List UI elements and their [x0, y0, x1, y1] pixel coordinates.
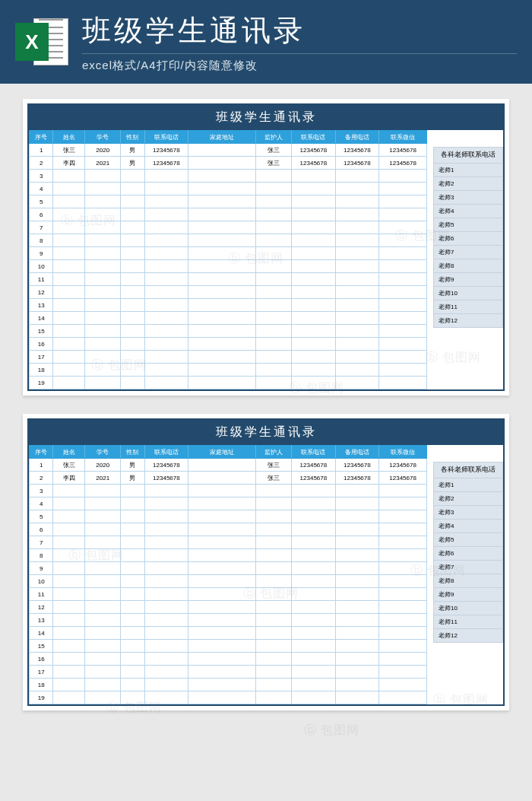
teacher-item: 老师10 [433, 287, 503, 300]
column-header: 性别 [121, 446, 144, 459]
teacher-item: 老师6 [433, 547, 503, 561]
table-row: 9 [30, 247, 427, 260]
teacher-contact-box: 各科老师联系电话老师1老师2老师3老师4老师5老师6老师7老师8老师9老师10老… [433, 462, 503, 643]
teacher-item: 老师4 [433, 520, 503, 533]
column-header: 监护人 [256, 446, 292, 459]
table-row: 2李四2021男12345678张三1234567812345678123456… [30, 157, 427, 170]
table-row: 11 [30, 273, 427, 286]
preview-canvas: 班级学生通讯录序号姓名学号性别联系电话家庭地址监护人联系电话备用电话联系微信1张… [0, 84, 532, 718]
column-header: 备用电话 [335, 131, 379, 144]
table-row: 15 [30, 325, 427, 338]
teacher-item: 老师1 [433, 164, 503, 177]
teacher-item: 老师2 [433, 492, 503, 506]
teacher-item: 老师9 [433, 588, 503, 602]
table-row: 1张三2020男12345678张三1234567812345678123456… [30, 144, 427, 157]
table-row: 8 [30, 234, 427, 247]
excel-icon: X [15, 15, 68, 68]
teacher-item: 老师2 [433, 177, 503, 191]
column-header: 监护人 [256, 131, 292, 144]
table-row: 12 [30, 601, 427, 614]
table-row: 16 [30, 338, 427, 351]
table-row: 9 [30, 562, 427, 575]
column-header: 备用电话 [335, 446, 379, 459]
table-row: 19 [30, 691, 427, 704]
table-row: 14 [30, 312, 427, 325]
table-row: 13 [30, 299, 427, 312]
table-row: 16 [30, 653, 427, 666]
table-row: 4 [30, 497, 427, 510]
column-header: 学号 [85, 446, 121, 459]
column-header: 联系电话 [292, 446, 336, 459]
table-row: 3 [30, 170, 427, 183]
template-preview: 班级学生通讯录序号姓名学号性别联系电话家庭地址监护人联系电话备用电话联系微信1张… [23, 414, 509, 710]
table-row: 15 [30, 640, 427, 653]
table-row: 13 [30, 614, 427, 627]
column-header: 性别 [121, 131, 144, 144]
table-row: 18 [30, 364, 427, 377]
table-row: 5 [30, 195, 427, 208]
column-header: 序号 [30, 131, 53, 144]
teacher-item: 老师11 [433, 300, 503, 314]
teacher-item: 老师7 [433, 246, 503, 259]
table-row: 6 [30, 208, 427, 221]
table-row: 19 [30, 377, 427, 389]
teacher-item: 老师3 [433, 506, 503, 520]
teacher-item: 老师5 [433, 218, 503, 232]
table-row: 10 [30, 260, 427, 273]
teacher-box-header: 各科老师联系电话 [433, 147, 503, 164]
table-row: 17 [30, 666, 427, 679]
table-row: 8 [30, 549, 427, 562]
header-titles: 班级学生通讯录 excel格式/A4打印/内容随意修改 [82, 11, 517, 73]
table-row: 11 [30, 588, 427, 601]
template-preview: 班级学生通讯录序号姓名学号性别联系电话家庭地址监护人联系电话备用电话联系微信1张… [23, 99, 509, 396]
table-row: 7 [30, 536, 427, 549]
card-title: 班级学生通讯录 [29, 420, 503, 445]
table-row: 6 [30, 523, 427, 536]
page-subtitle: excel格式/A4打印/内容随意修改 [82, 53, 517, 73]
teacher-item: 老师12 [433, 314, 503, 328]
teacher-item: 老师10 [433, 602, 503, 615]
teacher-item: 老师8 [433, 259, 503, 273]
card-title: 班级学生通讯录 [29, 105, 503, 130]
column-header: 姓名 [53, 446, 85, 459]
header-bar: X 班级学生通讯录 excel格式/A4打印/内容随意修改 [0, 0, 532, 84]
watermark: ⓑ 包图网 [304, 723, 359, 739]
page-title: 班级学生通讯录 [82, 11, 517, 50]
column-header: 学号 [85, 131, 121, 144]
column-header: 家庭地址 [188, 446, 256, 459]
student-table: 序号姓名学号性别联系电话家庭地址监护人联系电话备用电话联系微信1张三2020男1… [29, 130, 427, 389]
column-header: 联系微信 [379, 446, 427, 459]
teacher-item: 老师1 [433, 478, 503, 492]
column-header: 姓名 [53, 131, 85, 144]
teacher-item: 老师3 [433, 191, 503, 205]
column-header: 家庭地址 [188, 131, 256, 144]
teacher-item: 老师12 [433, 629, 503, 643]
table-row: 4 [30, 183, 427, 195]
teacher-item: 老师5 [433, 533, 503, 547]
table-row: 5 [30, 510, 427, 523]
column-header: 联系电话 [144, 131, 188, 144]
table-row: 12 [30, 286, 427, 299]
teacher-item: 老师4 [433, 205, 503, 218]
column-header: 序号 [30, 446, 53, 459]
teacher-item: 老师9 [433, 273, 503, 287]
teacher-item: 老师8 [433, 574, 503, 588]
column-header: 联系电话 [292, 131, 336, 144]
teacher-box-header: 各科老师联系电话 [433, 462, 503, 478]
teacher-item: 老师11 [433, 615, 503, 629]
table-row: 10 [30, 575, 427, 588]
teacher-item: 老师7 [433, 561, 503, 574]
column-header: 联系微信 [379, 131, 427, 144]
teacher-item: 老师6 [433, 232, 503, 246]
table-row: 18 [30, 679, 427, 691]
teacher-contact-box: 各科老师联系电话老师1老师2老师3老师4老师5老师6老师7老师8老师9老师10老… [433, 147, 503, 328]
student-table: 序号姓名学号性别联系电话家庭地址监护人联系电话备用电话联系微信1张三2020男1… [29, 445, 427, 704]
table-row: 2李四2021男12345678张三1234567812345678123456… [30, 472, 427, 485]
table-row: 3 [30, 485, 427, 497]
column-header: 联系电话 [144, 446, 188, 459]
table-row: 17 [30, 351, 427, 364]
table-row: 1张三2020男12345678张三1234567812345678123456… [30, 459, 427, 472]
table-row: 7 [30, 221, 427, 234]
table-row: 14 [30, 627, 427, 640]
